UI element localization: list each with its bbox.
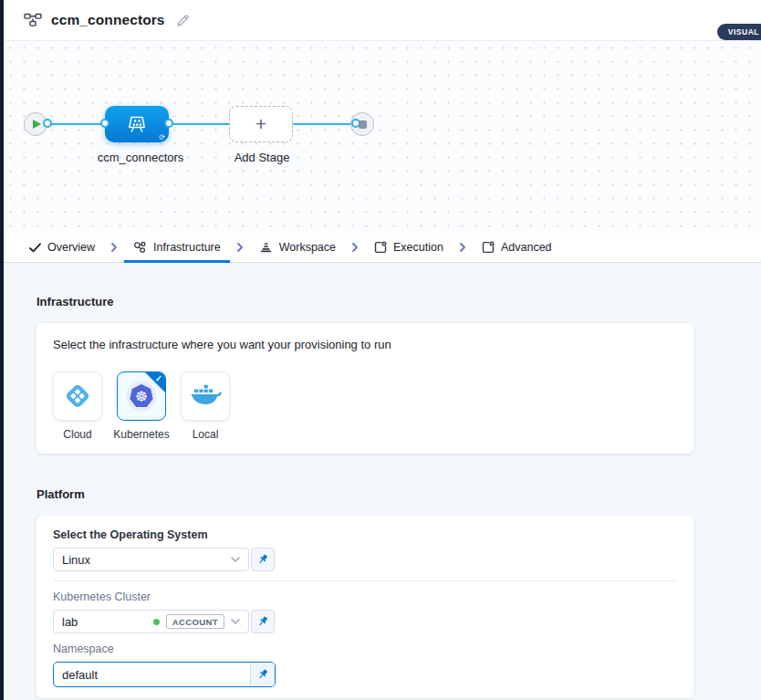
os-field-label: Select the Operating System <box>53 528 677 541</box>
chevron-right-icon <box>351 233 359 262</box>
tab-overview[interactable]: Overview <box>20 233 104 262</box>
tab-label: Workspace <box>279 241 336 254</box>
layers-icon <box>259 241 273 254</box>
tab-label: Overview <box>47 241 95 254</box>
infrastructure-panel: Infrastructure Select the infrastructure… <box>4 263 761 700</box>
form-divider <box>53 580 677 581</box>
platform-card: Select the Operating System Kubern <box>36 516 693 698</box>
infra-option-label: Local <box>193 428 219 441</box>
visual-yaml-toggle[interactable]: VISUAL <box>717 24 761 40</box>
infra-option-label: Cloud <box>63 428 91 441</box>
tab-infrastructure[interactable]: Infrastructure <box>124 233 230 262</box>
pushpin-icon <box>256 615 269 628</box>
chevron-right-icon <box>459 233 466 262</box>
tab-advanced[interactable]: Advanced <box>473 233 561 262</box>
tab-workspace[interactable]: Workspace <box>250 233 345 262</box>
tab-label: Infrastructure <box>153 241 221 254</box>
add-stage-button[interactable]: + <box>229 106 293 142</box>
stage-label: ccm_connectors <box>97 151 184 164</box>
box-gear-icon <box>374 241 387 254</box>
connector-dot <box>164 119 173 128</box>
infra-option-cloud[interactable] <box>53 371 102 421</box>
platform-heading: Platform <box>36 488 761 501</box>
tab-label: Advanced <box>501 241 552 254</box>
connector-dot <box>100 119 109 128</box>
namespace-input-box <box>53 662 276 687</box>
cluster-select-value[interactable] <box>62 615 153 629</box>
infra-option-local[interactable] <box>181 371 230 421</box>
chevron-down-icon <box>231 557 240 562</box>
chevron-right-icon <box>110 233 118 262</box>
flow-line <box>169 123 233 125</box>
chevron-right-icon <box>236 233 244 262</box>
pipeline-header: ccm_connectors VISUAL <box>4 0 761 41</box>
cluster-input-type-pin-button[interactable] <box>251 610 275 633</box>
check-icon <box>29 243 41 253</box>
edit-pipeline-name-button[interactable] <box>176 14 190 27</box>
pencil-icon <box>176 14 190 27</box>
namespace-input-type-pin-button[interactable] <box>250 663 275 686</box>
os-input-type-pin-button[interactable] <box>251 548 275 571</box>
molecule-icon <box>133 241 147 254</box>
connector-dot <box>351 119 360 128</box>
scope-badge: ACCOUNT <box>166 614 224 629</box>
docker-whale-icon <box>189 384 222 409</box>
green-dot <box>153 619 160 625</box>
tab-label: Execution <box>393 241 443 254</box>
cloud-diamond-icon <box>62 381 93 412</box>
play-icon <box>33 120 41 129</box>
namespace-input[interactable] <box>54 668 250 682</box>
tab-execution[interactable]: Execution <box>365 233 453 262</box>
infra-option-label: Kubernetes <box>113 428 169 441</box>
pushpin-icon <box>256 668 269 681</box>
chevron-down-icon <box>231 619 240 624</box>
selected-check-icon: ✓ <box>155 373 162 383</box>
stage-node-ccm-connectors[interactable]: ⟳ <box>105 106 169 142</box>
connector-dot <box>43 119 52 128</box>
sync-icon: ⟳ <box>159 133 165 141</box>
cluster-field-label: Kubernetes Cluster <box>53 590 677 603</box>
infrastructure-stage-icon <box>126 115 148 134</box>
infrastructure-options: Cloud ☸ ✓ Kubernetes <box>53 371 677 441</box>
plus-icon: + <box>255 114 266 133</box>
pushpin-icon <box>256 553 269 566</box>
flow-line <box>293 123 356 125</box>
stage-tabbar: Overview Infrastructure Works <box>4 233 761 263</box>
pipeline-title: ccm_connectors <box>51 12 165 28</box>
add-stage-label: Add Stage <box>234 151 290 164</box>
collapsed-sidebar-strip <box>0 0 4 700</box>
infrastructure-description: Select the infrastructure where you want… <box>53 338 677 351</box>
os-select-value[interactable] <box>62 553 231 567</box>
pipeline-canvas[interactable]: ⟳ + ccm_connectors Add Stage <box>4 41 761 233</box>
infrastructure-card: Select the infrastructure where you want… <box>36 323 693 454</box>
infra-option-kubernetes[interactable]: ☸ ✓ <box>117 371 166 421</box>
box-gear-icon <box>482 241 495 254</box>
infrastructure-heading: Infrastructure <box>36 296 761 308</box>
os-select[interactable] <box>53 548 249 571</box>
namespace-field-label: Namespace <box>53 643 677 655</box>
cluster-select[interactable]: ACCOUNT <box>53 610 249 633</box>
flow-line <box>47 123 109 125</box>
pipeline-icon <box>24 13 42 27</box>
